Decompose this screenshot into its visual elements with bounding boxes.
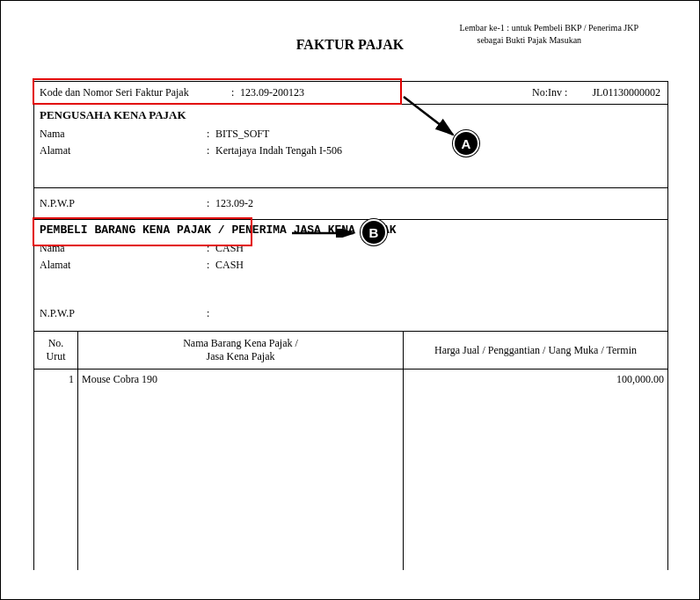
pembeli-npwp-label: N.P.W.P	[40, 307, 207, 320]
pkp-alamat-label: Alamat	[40, 144, 207, 157]
pkp-nama-label: Nama	[40, 128, 207, 141]
table-header: No. Urut Nama Barang Kena Pajak / Jasa K…	[33, 332, 668, 370]
header-line1: Lembar ke-1 : untuk Pembeli BKP / Peneri…	[460, 22, 639, 34]
pkp-alamat-value: Kertajaya Indah Tengah I-506	[215, 144, 662, 157]
npwp-label: N.P.W.P	[40, 197, 207, 210]
npwp-value: 123.09-2	[215, 197, 253, 210]
pkp-title: PENGUSAHA KENA PAJAK	[40, 108, 662, 122]
kode-value: 123.09-200123	[240, 86, 304, 99]
row-pembeli: PEMBELI BARANG KENA PAJAK / PENERIMA JAS…	[33, 220, 668, 332]
invoice-table: Kode dan Nomor Seri Faktur Pajak : 123.0…	[33, 81, 668, 570]
td-barang: Mouse Cobra 190	[78, 370, 404, 570]
pkp-nama-value: BITS_SOFT	[215, 128, 662, 141]
pembeli-title: PEMBELI BARANG KENA PAJAK / PENERIMA JAS…	[40, 223, 662, 237]
pembeli-nama-label: Nama	[40, 242, 207, 255]
pembeli-alamat-label: Alamat	[40, 259, 207, 272]
pembeli-nama-value: CASH	[215, 242, 662, 255]
table-body: 1 Mouse Cobra 190 100,000.00	[33, 370, 668, 570]
td-harga: 100,000.00	[404, 370, 667, 570]
noinv-value: JL01130000002	[592, 86, 660, 99]
th-harga: Harga Jual / Penggantian / Uang Muka / T…	[404, 332, 667, 369]
pembeli-alamat-value: CASH	[215, 259, 662, 272]
row-kode: Kode dan Nomor Seri Faktur Pajak : 123.0…	[33, 81, 668, 104]
row-pkp: PENGUSAHA KENA PAJAK Nama : BITS_SOFT Al…	[33, 104, 668, 188]
td-no: 1	[34, 370, 78, 570]
annotation-badge-a: A	[453, 130, 479, 157]
document-title: FAKTUR PAJAK	[0, 37, 700, 53]
row-npwp: N.P.W.P : 123.09-2	[33, 188, 668, 220]
kode-label: Kode dan Nomor Seri Faktur Pajak	[40, 86, 231, 99]
pembeli-npwp-value	[215, 307, 662, 320]
noinv-label: No:Inv :	[532, 86, 567, 99]
annotation-badge-b: B	[361, 219, 387, 245]
th-barang: Nama Barang Kena Pajak / Jasa Kena Pajak	[78, 332, 404, 369]
th-no: No. Urut	[34, 332, 78, 369]
